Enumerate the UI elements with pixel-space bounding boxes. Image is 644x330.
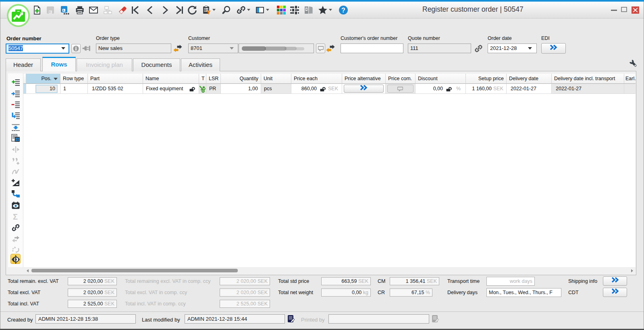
svg-text:Σ: Σ	[13, 212, 18, 221]
svg-text:?: ?	[341, 7, 345, 14]
